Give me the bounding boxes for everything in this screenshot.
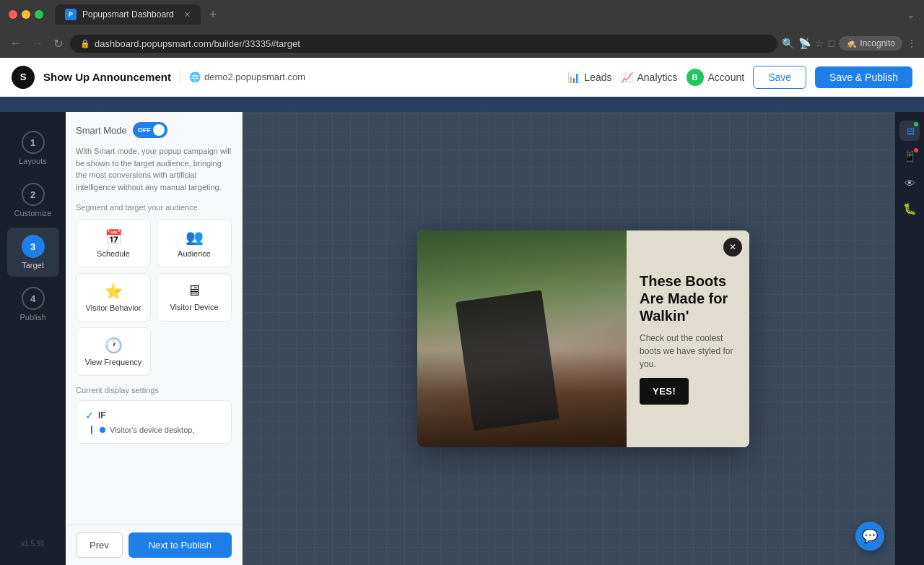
next-to-publish-button[interactable]: Next to Publish xyxy=(128,532,232,558)
account-nav[interactable]: B Account xyxy=(687,69,745,86)
refresh-icon[interactable]: ↻ xyxy=(51,34,66,53)
step-3-circle: 3 xyxy=(22,235,45,258)
forward-icon[interactable]: → xyxy=(29,34,46,53)
visitor-device-label: Visitor Device xyxy=(170,303,218,311)
save-button[interactable]: Save xyxy=(753,66,806,89)
segment-card-audience[interactable]: 👥 Audience xyxy=(157,219,232,267)
settings-if-label: IF xyxy=(98,410,106,420)
segment-card-visitor-behavior[interactable]: ⭐ Visitor Behavior xyxy=(76,273,151,322)
step-3-label: Target xyxy=(22,261,44,269)
smart-mode-row: Smart Mode OFF xyxy=(76,122,232,138)
leads-nav[interactable]: 📊 Leads xyxy=(567,72,611,83)
schedule-label: Schedule xyxy=(97,249,130,258)
settings-card: ✓ IF Visitor's device desktop, xyxy=(76,400,232,444)
bookmark-icon[interactable]: ☆ xyxy=(815,38,824,49)
settings-title: Current display settings xyxy=(76,386,232,394)
settings-if-row: ✓ IF xyxy=(85,410,222,421)
canvas: These Boots Are Made for Walkin' Check o… xyxy=(243,112,924,565)
right-toolbar: 🖥 📱 👁 🐛 xyxy=(895,112,924,565)
traffic-lights xyxy=(9,10,43,19)
leads-icon: 📊 xyxy=(567,72,580,83)
incognito-label: Incognito xyxy=(860,38,895,48)
smart-mode-label: Smart Mode xyxy=(76,125,127,136)
settings-condition-dot: Visitor's device desktop, xyxy=(100,426,194,434)
close-traffic-light[interactable] xyxy=(9,10,17,19)
step-4-label: Publish xyxy=(19,313,45,322)
popup-content: These Boots Are Made for Walkin' Check o… xyxy=(627,230,749,447)
eye-button[interactable]: 👁 xyxy=(899,173,920,193)
sidebar-item-publish[interactable]: 4 Publish xyxy=(7,280,59,329)
search-icon[interactable]: 🔍 xyxy=(782,38,794,49)
lock-icon: 🔒 xyxy=(80,39,90,48)
menu-icon[interactable]: ⋮ xyxy=(907,38,917,49)
extension-icon[interactable]: □ xyxy=(829,38,834,49)
tab-close-icon[interactable]: ✕ xyxy=(184,10,191,20)
visitor-behavior-label: Visitor Behavior xyxy=(86,303,141,312)
analytics-label: Analytics xyxy=(637,72,678,83)
minimize-traffic-light[interactable] xyxy=(22,10,30,19)
check-icon: ✓ xyxy=(85,410,94,421)
prev-button[interactable]: Prev xyxy=(76,532,123,558)
settings-section: Current display settings ✓ IF Visitor's … xyxy=(76,386,232,444)
segment-title: Segment and target your audience xyxy=(76,203,232,212)
audience-icon: 👥 xyxy=(186,228,204,246)
view-frequency-label: View Frequency xyxy=(85,358,142,366)
popup-title: These Boots Are Made for Walkin' xyxy=(640,272,736,324)
back-icon[interactable]: ← xyxy=(7,34,25,53)
segment-card-visitor-device[interactable]: 🖥 Visitor Device xyxy=(157,273,232,322)
popup-cta-button[interactable]: YES! xyxy=(640,378,689,405)
settings-condition-text: Visitor's device desktop, xyxy=(110,426,194,434)
header-url[interactable]: 🌐 demo2.popupsmart.com xyxy=(189,72,305,82)
tab-title: Popupsmart Dashboard xyxy=(82,9,174,20)
browser-tab[interactable]: P Popupsmart Dashboard ✕ xyxy=(55,4,201,25)
popup-image xyxy=(417,230,627,447)
save-publish-button[interactable]: Save & Publish xyxy=(815,66,912,88)
bug-button[interactable]: 🐛 xyxy=(899,199,920,219)
visitor-behavior-icon: ⭐ xyxy=(105,282,123,300)
panel: Smart Mode OFF With Smart mode, your pop… xyxy=(66,112,243,565)
chat-bubble[interactable]: 💬 xyxy=(855,522,884,551)
tab-favicon: P xyxy=(65,9,77,20)
maximize-traffic-light[interactable] xyxy=(35,10,43,19)
account-label: Account xyxy=(708,72,745,83)
app-logo: S xyxy=(12,66,35,89)
app-title: Show Up Announcement xyxy=(43,71,171,83)
desktop-view-button[interactable]: 🖥 xyxy=(899,121,920,141)
toggle-thumb xyxy=(153,124,165,136)
sidebar-item-target[interactable]: 3 Target xyxy=(7,228,59,277)
popup-description: Check out the coolest boots we have styl… xyxy=(640,332,736,371)
incognito-badge: 🕵 Incognito xyxy=(839,36,902,51)
audience-label: Audience xyxy=(178,249,211,258)
leads-label: Leads xyxy=(584,72,611,83)
mobile-view-button[interactable]: 📱 xyxy=(899,147,920,167)
tab-overflow-icon[interactable]: ⌄ xyxy=(907,9,915,20)
header-divider xyxy=(180,70,180,85)
sidebar-item-customize[interactable]: 2 Customize xyxy=(7,176,59,225)
panel-footer: Prev Next to Publish xyxy=(66,525,242,565)
header-url-text: demo2.popupsmart.com xyxy=(204,72,305,82)
step-2-label: Customize xyxy=(14,209,52,217)
globe-icon: 🌐 xyxy=(189,72,201,82)
step-1-circle: 1 xyxy=(22,131,45,154)
popup-preview: These Boots Are Made for Walkin' Check o… xyxy=(417,230,749,447)
icon-sidebar: 1 Layouts 2 Customize 3 Target 4 Publish… xyxy=(0,112,66,565)
sidebar-item-layouts[interactable]: 1 Layouts xyxy=(7,124,59,173)
incognito-icon: 🕵 xyxy=(846,38,857,48)
view-frequency-icon: 🕐 xyxy=(105,337,123,354)
segment-card-schedule[interactable]: 📅 Schedule xyxy=(76,219,151,267)
analytics-nav[interactable]: 📈 Analytics xyxy=(621,72,678,83)
address-bar[interactable]: 🔒 dashboard.popupsmart.com/builder/33335… xyxy=(70,35,777,53)
smart-mode-desc: With Smart mode, your popup campaign wil… xyxy=(76,145,232,193)
step-1-label: Layouts xyxy=(19,157,47,165)
schedule-icon: 📅 xyxy=(105,228,123,246)
account-avatar: B xyxy=(687,69,704,86)
segment-card-view-frequency[interactable]: 🕐 View Frequency xyxy=(76,327,151,376)
version-label: v1.5.91 xyxy=(21,540,45,548)
step-4-circle: 4 xyxy=(22,287,45,310)
cast-icon[interactable]: 📡 xyxy=(798,38,811,49)
new-tab-icon[interactable]: + xyxy=(209,7,217,22)
popup-close-button[interactable]: ✕ xyxy=(723,238,742,256)
toggle-text: OFF xyxy=(138,126,151,134)
address-text: dashboard.popupsmart.com/builder/33335#t… xyxy=(95,38,300,49)
smart-mode-toggle[interactable]: OFF xyxy=(133,122,167,138)
